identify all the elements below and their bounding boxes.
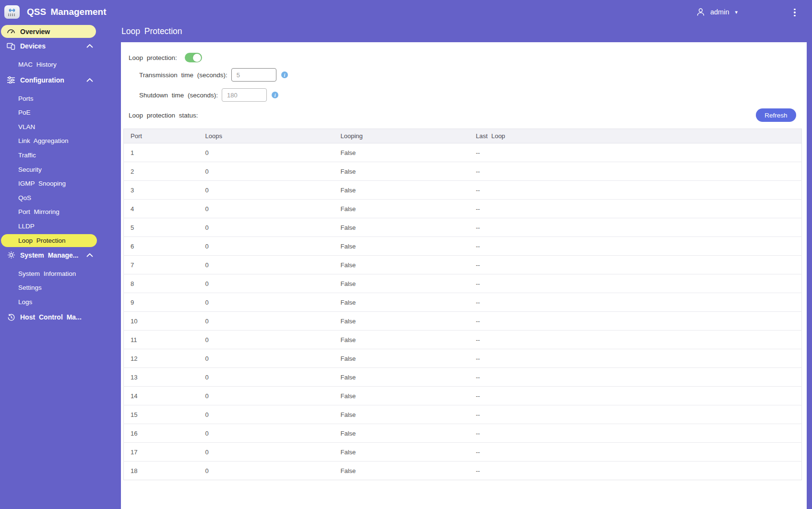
column-header-loops: Loops	[199, 129, 334, 143]
cell-port: 11	[124, 331, 199, 349]
table-row: 150False--	[124, 405, 802, 424]
chevron-up-icon	[86, 78, 93, 82]
sidebar-item-vlan[interactable]: VLAN	[0, 120, 111, 134]
content-card: Loop protection: Transmission time (seco…	[121, 42, 807, 509]
column-header-port: Port	[124, 129, 199, 143]
transmission-time-input[interactable]	[231, 68, 276, 82]
person-icon	[696, 7, 705, 17]
cell-last-loop: --	[469, 218, 802, 237]
cell-port: 1	[124, 143, 199, 162]
cell-port: 6	[124, 237, 199, 256]
table-row: 60False--	[124, 237, 802, 256]
table-row: 180False--	[124, 462, 802, 480]
cell-port: 16	[124, 424, 199, 443]
sidebar-section-host-control[interactable]: Host Control Ma...	[0, 310, 111, 324]
chevron-up-icon	[86, 253, 93, 257]
cell-loops: 0	[199, 237, 334, 256]
cell-port: 12	[124, 349, 199, 368]
sidebar-item-loop-protection[interactable]: Loop Protection	[1, 234, 97, 247]
sidebar-item-igmp-snooping[interactable]: IGMP Snooping	[0, 177, 111, 191]
refresh-button[interactable]: Refresh	[756, 108, 796, 122]
sidebar-item-system-information[interactable]: System Information	[0, 267, 111, 281]
chevron-up-icon	[86, 44, 93, 48]
sidebar-item-traffic[interactable]: Traffic	[0, 148, 111, 163]
sidebar-item-port-mirroring[interactable]: Port Mirroring	[0, 205, 111, 219]
table-row: 140False--	[124, 387, 802, 405]
cell-loops: 0	[199, 200, 334, 218]
cell-loops: 0	[199, 331, 334, 349]
cell-last-loop: --	[469, 181, 802, 200]
sidebar-item-logs[interactable]: Logs	[0, 295, 111, 309]
cell-port: 18	[124, 462, 199, 480]
cell-port: 14	[124, 387, 199, 405]
transmission-time-label: Transmission time (seconds):	[139, 71, 227, 79]
info-icon[interactable]: i	[281, 71, 288, 78]
sidebar-item-qos[interactable]: QoS	[0, 191, 111, 205]
sidebar-item-lldp[interactable]: LLDP	[0, 219, 111, 234]
cell-last-loop: --	[469, 331, 802, 349]
table-row: 90False--	[124, 293, 802, 312]
cell-loops: 0	[199, 424, 334, 443]
user-name: admin	[710, 8, 729, 16]
sidebar-item-link-aggregation[interactable]: Link Aggregation	[0, 134, 111, 148]
cell-loops: 0	[199, 387, 334, 405]
gear-icon	[6, 251, 16, 259]
shutdown-time-input[interactable]	[222, 88, 267, 102]
sidebar-item-poe[interactable]: PoE	[0, 106, 111, 120]
cell-looping: False	[334, 218, 469, 237]
cell-looping: False	[334, 143, 469, 162]
gauge-icon	[7, 28, 15, 36]
sidebar-section-label: System Manage...	[20, 251, 79, 259]
cell-loops: 0	[199, 405, 334, 424]
table-row: 20False--	[124, 162, 802, 181]
cell-last-loop: --	[469, 200, 802, 218]
sidebar-section-label: Host Control Ma...	[20, 313, 82, 321]
cell-loops: 0	[199, 368, 334, 387]
column-header-looping: Looping	[334, 129, 469, 143]
cell-last-loop: --	[469, 274, 802, 293]
sidebar-item-settings[interactable]: Settings	[0, 281, 111, 295]
cell-looping: False	[334, 349, 469, 368]
sidebar: Overview Devices MAC History Configurati…	[0, 24, 111, 509]
cell-looping: False	[334, 387, 469, 405]
sidebar-section-devices[interactable]: Devices	[0, 39, 111, 53]
loop-status-table: Port Loops Looping Last Loop 10False-- 2…	[123, 129, 802, 480]
page-title: Loop Protection	[121, 26, 182, 36]
loop-protection-toggle[interactable]	[185, 53, 202, 62]
cell-port: 17	[124, 443, 199, 462]
app-title: QSS Management	[27, 7, 107, 17]
table-row: 130False--	[124, 368, 802, 387]
cell-last-loop: --	[469, 368, 802, 387]
shutdown-time-label: Shutdown time (seconds):	[139, 92, 218, 99]
cell-last-loop: --	[469, 387, 802, 405]
sidebar-item-overview[interactable]: Overview	[1, 25, 96, 38]
sidebar-item-mac-history[interactable]: MAC History	[0, 58, 111, 72]
cell-looping: False	[334, 162, 469, 181]
cell-port: 5	[124, 218, 199, 237]
cell-loops: 0	[199, 162, 334, 181]
cell-port: 15	[124, 405, 199, 424]
sidebar-section-label: Configuration	[20, 76, 64, 84]
sidebar-item-ports[interactable]: Ports	[0, 92, 111, 106]
cell-last-loop: --	[469, 143, 802, 162]
cell-last-loop: --	[469, 405, 802, 424]
user-menu[interactable]: admin ▾	[696, 0, 738, 24]
table-row: 160False--	[124, 424, 802, 443]
column-header-last-loop: Last Loop	[469, 129, 802, 143]
kebab-menu-icon[interactable]	[791, 7, 799, 18]
sidebar-section-label: Devices	[20, 42, 46, 50]
cell-last-loop: --	[469, 349, 802, 368]
sidebar-item-security[interactable]: Security	[0, 163, 111, 177]
cell-port: 9	[124, 293, 199, 312]
table-row: 50False--	[124, 218, 802, 237]
cell-looping: False	[334, 274, 469, 293]
cell-loops: 0	[199, 181, 334, 200]
cell-last-loop: --	[469, 293, 802, 312]
info-icon[interactable]: i	[272, 92, 278, 98]
loop-protection-status-label: Loop protection status:	[129, 112, 198, 119]
cell-loops: 0	[199, 293, 334, 312]
cell-last-loop: --	[469, 312, 802, 331]
sidebar-section-configuration[interactable]: Configuration	[0, 73, 111, 87]
cell-last-loop: --	[469, 256, 802, 274]
sidebar-section-system-management[interactable]: System Manage...	[0, 248, 111, 262]
